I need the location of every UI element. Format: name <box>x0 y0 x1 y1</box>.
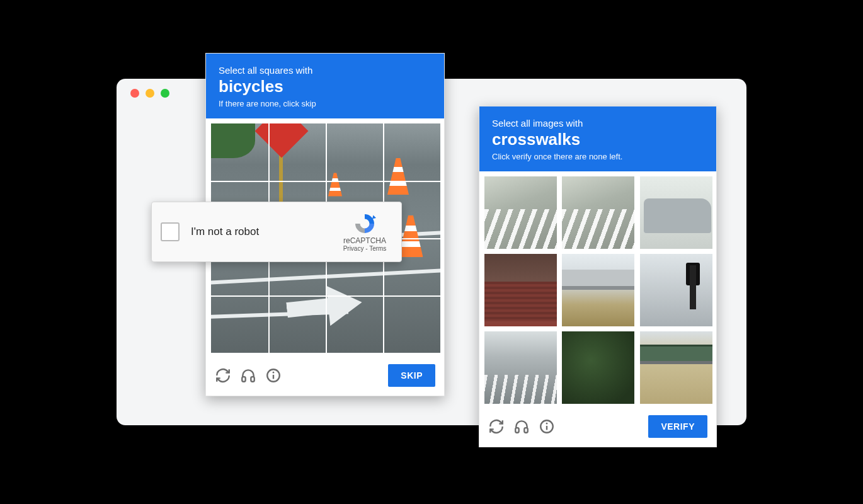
captcha-footer: SKIP <box>206 358 444 396</box>
captcha-target-word: crosswalks <box>492 130 704 149</box>
window-minimize-dot[interactable] <box>146 89 154 98</box>
captcha-tile-9[interactable] <box>640 331 712 404</box>
svg-marker-5 <box>372 215 376 219</box>
captcha-target-word: bicycles <box>219 77 432 96</box>
recaptcha-brand-name: reCAPTCHA <box>337 236 392 245</box>
skip-button[interactable]: SKIP <box>388 364 435 387</box>
captcha-tile-r4c4[interactable] <box>383 295 440 353</box>
captcha-tile-r1c2[interactable] <box>268 123 326 181</box>
svg-point-10 <box>546 423 548 425</box>
captcha-tile-r1c3[interactable] <box>326 123 383 181</box>
captcha-tile-8[interactable] <box>562 331 634 404</box>
captcha-footer: VERIFY <box>479 409 716 447</box>
captcha-instruction-line3: Click verify once there are none left. <box>492 152 704 161</box>
captcha-image-area <box>479 171 716 409</box>
captcha-tile-r4c3[interactable] <box>326 295 383 353</box>
window-traffic-lights <box>130 89 169 98</box>
recaptcha-brand: reCAPTCHA Privacy - Terms <box>337 212 392 252</box>
captcha-tile-r1c4[interactable] <box>383 123 440 181</box>
captcha-tile-r4c2[interactable] <box>268 295 326 353</box>
svg-rect-6 <box>515 428 518 433</box>
captcha-tile-r1c1[interactable] <box>211 123 268 181</box>
headphones-icon[interactable] <box>513 418 530 435</box>
captcha-tile-1[interactable] <box>484 176 557 249</box>
captcha-header: Select all images with crosswalks Click … <box>479 106 716 171</box>
captcha-challenge-crosswalks: Select all images with crosswalks Click … <box>479 106 717 447</box>
recaptcha-terms-link[interactable]: Terms <box>369 245 386 252</box>
captcha-instruction-line1: Select all images with <box>492 118 704 129</box>
svg-point-4 <box>273 372 275 374</box>
captcha-tile-7[interactable] <box>484 331 557 404</box>
window-close-dot[interactable] <box>130 89 139 98</box>
captcha-tile-r4c1[interactable] <box>211 295 268 353</box>
reload-icon[interactable] <box>215 367 231 384</box>
verify-button[interactable]: VERIFY <box>648 415 707 438</box>
captcha-tile-6[interactable] <box>640 254 712 326</box>
captcha-tile-3[interactable] <box>640 176 712 249</box>
recaptcha-anchor: I'm not a robot reCAPTCHA Privacy - Term… <box>151 202 402 262</box>
captcha-instruction-line3: If there are none, click skip <box>219 99 432 108</box>
captcha-tile-4[interactable] <box>484 254 557 326</box>
reload-icon[interactable] <box>488 418 505 435</box>
info-icon[interactable] <box>539 418 555 435</box>
recaptcha-label: I'm not a robot <box>191 226 337 238</box>
svg-rect-7 <box>524 428 527 433</box>
recaptcha-privacy-link[interactable]: Privacy <box>343 245 364 252</box>
info-icon[interactable] <box>265 367 282 384</box>
captcha-tile-5[interactable] <box>562 254 634 326</box>
captcha-header: Select all squares with bicycles If ther… <box>206 54 444 118</box>
headphones-icon[interactable] <box>240 367 256 384</box>
svg-rect-1 <box>251 377 254 382</box>
recaptcha-checkbox[interactable] <box>161 222 180 241</box>
svg-rect-0 <box>242 377 245 382</box>
captcha-instruction-line1: Select all squares with <box>219 65 432 76</box>
recaptcha-logo-icon <box>353 212 376 235</box>
window-zoom-dot[interactable] <box>161 89 169 98</box>
captcha-tile-2[interactable] <box>562 176 634 249</box>
recaptcha-legal-links: Privacy - Terms <box>337 245 392 252</box>
